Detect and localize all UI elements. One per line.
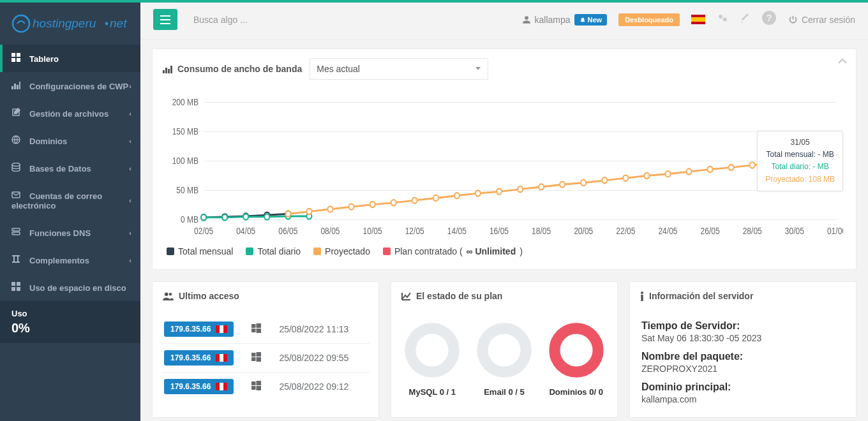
svg-point-85: [454, 193, 460, 198]
chevron-left-icon: ‹: [129, 110, 131, 117]
menu-label: Gestión de archivos: [29, 109, 108, 119]
svg-rect-107: [220, 325, 223, 333]
users-icon: [163, 292, 174, 300]
language-flag-es[interactable]: [691, 15, 705, 24]
search-input[interactable]: [193, 15, 353, 25]
svg-point-77: [285, 211, 290, 217]
sidebar-item-5[interactable]: Cuentas de correo electrónico‹: [0, 182, 140, 219]
period-select[interactable]: Mes actual: [310, 58, 488, 80]
svg-point-73: [243, 214, 248, 219]
svg-text:100 MB: 100 MB: [172, 156, 198, 166]
svg-text:12/05: 12/05: [405, 226, 424, 237]
svg-point-2: [105, 22, 108, 26]
menu-icon: [11, 255, 24, 265]
collapse-icon[interactable]: [838, 57, 847, 66]
svg-rect-23: [11, 282, 15, 286]
new-badge[interactable]: New: [574, 14, 608, 26]
menu-label: Complementos: [29, 256, 89, 265]
svg-rect-24: [17, 282, 20, 286]
ip-pill[interactable]: 179.6.35.66: [164, 379, 234, 394]
sidebar-item-6[interactable]: Funciones DNS‹: [0, 219, 140, 246]
usage-block: Uso 0%: [0, 301, 140, 343]
svg-point-74: [264, 214, 269, 219]
menu-label: Bases de Datos: [29, 164, 91, 174]
brush-icon[interactable]: [740, 13, 750, 26]
svg-point-91: [581, 180, 586, 186]
svg-point-79: [327, 206, 333, 212]
svg-point-128: [420, 338, 445, 363]
svg-rect-11: [19, 82, 20, 89]
svg-rect-134: [641, 295, 643, 301]
svg-rect-112: [257, 329, 262, 333]
plan-status-panel: El estado de su plan MySQL 0 / 1 Email 0…: [391, 281, 618, 418]
svg-text:20/05: 20/05: [574, 226, 593, 237]
sidebar-item-4[interactable]: Bases de Datos‹: [0, 154, 140, 182]
sidebar-item-7[interactable]: Complementos‹: [0, 246, 140, 274]
svg-rect-109: [251, 324, 256, 328]
username: kallampa: [535, 15, 571, 25]
svg-rect-37: [165, 68, 167, 73]
svg-text:10/05: 10/05: [363, 226, 382, 237]
svg-point-86: [475, 191, 481, 196]
svg-point-133: [641, 292, 643, 294]
svg-point-78: [306, 209, 311, 214]
svg-text:02/05: 02/05: [194, 226, 213, 237]
svg-point-130: [492, 338, 517, 363]
svg-text:22/05: 22/05: [616, 226, 635, 237]
bandwidth-chart: 0 MB50 MB100 MB150 MB200 MB02/0504/0506/…: [165, 95, 843, 242]
svg-text:28/05: 28/05: [743, 226, 762, 237]
svg-point-98: [729, 165, 734, 170]
line-chart-icon: [401, 292, 411, 300]
windows-icon: [251, 381, 261, 392]
sidebar-item-8[interactable]: Uso de espacio en disco: [0, 274, 140, 301]
donut-label: MySQL 0 / 1: [403, 387, 461, 397]
svg-text:200 MB: 200 MB: [172, 97, 198, 107]
logout-button[interactable]: Cerrar sesión: [788, 15, 855, 25]
sidebar-item-3[interactable]: Dominios‹: [0, 127, 140, 154]
svg-rect-27: [160, 15, 170, 17]
ip-pill[interactable]: 179.6.35.66: [164, 321, 234, 337]
access-row: 179.6.35.6625/08/2022 11:13: [161, 315, 370, 343]
svg-rect-39: [170, 66, 172, 73]
svg-point-96: [687, 168, 692, 174]
topbar: kallampa New Desbloqueado ? Cerrar sesió…: [140, 0, 868, 40]
menu-toggle-button[interactable]: [153, 9, 177, 30]
svg-text:?: ?: [766, 12, 772, 23]
svg-rect-116: [251, 353, 256, 357]
sidebar-item-1[interactable]: Configuraciones de CWP‹: [0, 72, 140, 100]
menu-icon: [11, 163, 24, 174]
menu-icon: [11, 108, 24, 119]
info-value: kallampa.com: [641, 394, 844, 404]
chart-tooltip: 31/05 Total mensual: - MB Total diario: …: [757, 131, 843, 191]
access-time: 25/08/2022 11:13: [279, 324, 348, 334]
unblocked-badge[interactable]: Desbloqueado: [618, 13, 680, 26]
sidebar-item-2[interactable]: Gestión de archivos‹: [0, 100, 140, 127]
user-icon: [522, 15, 531, 24]
svg-rect-126: [257, 386, 262, 390]
flag-pe-icon: [216, 354, 227, 362]
windows-icon: [251, 352, 261, 364]
settings-icon[interactable]: [717, 13, 728, 27]
svg-point-13: [12, 163, 20, 166]
sidebar: hostingperu net TableroConfiguraciones d…: [0, 0, 140, 421]
ip-pill[interactable]: 179.6.35.66: [164, 350, 234, 366]
svg-point-83: [412, 198, 417, 203]
svg-point-17: [13, 229, 15, 230]
donut-label: Email 0 / 5: [475, 387, 533, 397]
menu-icon: [11, 53, 24, 64]
svg-rect-9: [14, 84, 16, 89]
svg-point-32: [719, 15, 722, 18]
donut: Dominios 0/ 0: [548, 321, 605, 397]
svg-rect-118: [251, 357, 256, 361]
svg-text:150 MB: 150 MB: [172, 126, 198, 137]
help-icon[interactable]: ?: [761, 10, 777, 29]
svg-rect-121: [220, 383, 223, 390]
svg-rect-15: [12, 228, 20, 231]
last-access-panel: Ultimo acceso 179.6.35.6625/08/2022 11:1…: [152, 281, 379, 418]
svg-rect-110: [257, 323, 262, 328]
sidebar-item-0[interactable]: Tablero: [0, 45, 140, 72]
server-info-panel: Información del servidor Tiempo de Servi…: [629, 281, 857, 418]
svg-rect-123: [251, 381, 256, 385]
user-block[interactable]: kallampa New: [522, 14, 608, 26]
svg-rect-125: [251, 386, 256, 390]
